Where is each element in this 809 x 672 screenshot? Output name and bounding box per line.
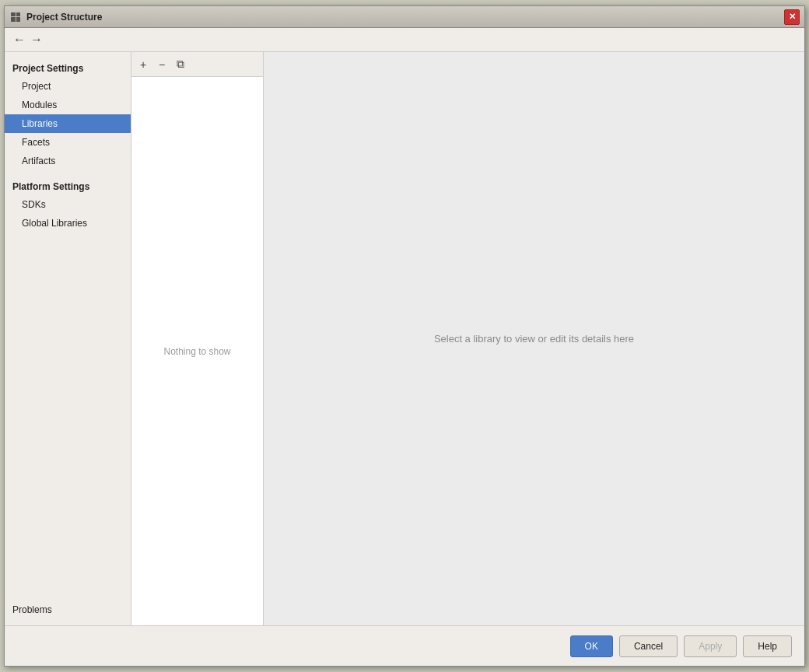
sidebar: Project Settings Project Modules Librari… — [5, 52, 131, 625]
list-panel: + − ⧉ Nothing to show — [131, 52, 264, 625]
sidebar-item-problems[interactable]: Problems — [5, 600, 131, 619]
remove-library-button[interactable]: − — [153, 56, 170, 73]
sidebar-item-project[interactable]: Project — [5, 77, 131, 96]
cancel-button[interactable]: Cancel — [619, 635, 678, 657]
content-area: Project Settings Project Modules Librari… — [5, 52, 804, 625]
list-toolbar: + − ⧉ — [131, 52, 263, 77]
platform-settings-header: Platform Settings — [5, 177, 131, 195]
add-library-button[interactable]: + — [135, 56, 152, 73]
back-button[interactable]: ← — [11, 31, 28, 48]
window-icon — [9, 11, 22, 23]
list-empty-text: Nothing to show — [131, 77, 263, 625]
ok-button[interactable]: OK — [570, 635, 613, 657]
detail-panel: Select a library to view or edit its det… — [264, 52, 804, 625]
window-title: Project Structure — [26, 12, 784, 23]
apply-button[interactable]: Apply — [684, 635, 737, 657]
sidebar-item-modules[interactable]: Modules — [5, 96, 131, 114]
project-settings-header: Project Settings — [5, 58, 131, 77]
forward-button[interactable]: → — [28, 31, 45, 48]
sidebar-item-global-libraries[interactable]: Global Libraries — [5, 214, 131, 233]
nav-arrows-bar: ← → — [5, 28, 804, 52]
close-button[interactable]: ✕ — [784, 9, 800, 25]
sidebar-item-artifacts[interactable]: Artifacts — [5, 152, 131, 170]
help-button[interactable]: Help — [743, 635, 792, 657]
sidebar-item-facets[interactable]: Facets — [5, 133, 131, 152]
title-bar: Project Structure ✕ — [5, 6, 804, 28]
detail-empty-text: Select a library to view or edit its det… — [434, 333, 634, 345]
sidebar-item-libraries[interactable]: Libraries — [5, 114, 131, 133]
main-panel: + − ⧉ Nothing to show Select a library t… — [131, 52, 804, 625]
project-structure-window: Project Structure ✕ ← → Project Settings… — [4, 5, 805, 667]
sidebar-item-sdks[interactable]: SDKs — [5, 195, 131, 214]
footer: OK Cancel Apply Help — [5, 625, 804, 666]
copy-library-button[interactable]: ⧉ — [172, 56, 189, 73]
